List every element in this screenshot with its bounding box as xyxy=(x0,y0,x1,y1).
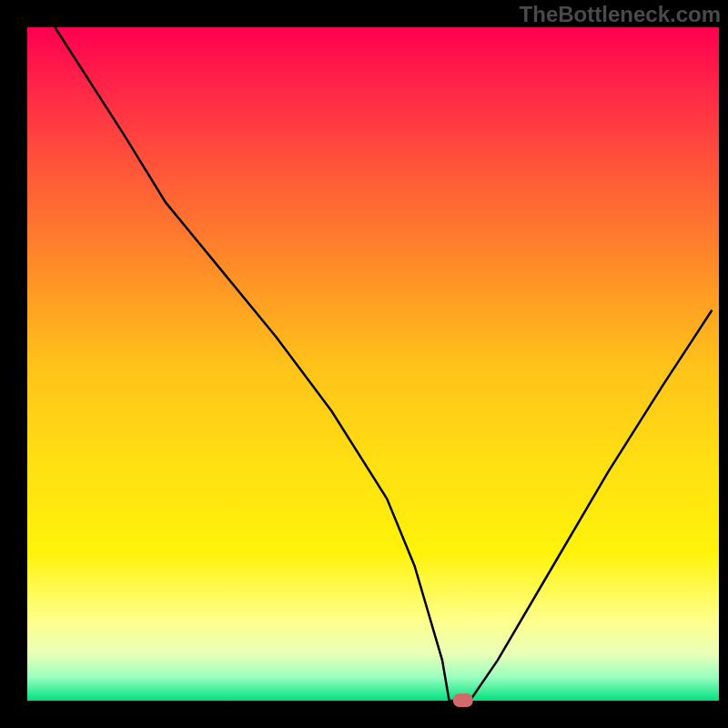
plot-background xyxy=(27,27,719,701)
chart-root: TheBottleneck.com xyxy=(0,0,728,728)
watermark-text: TheBottleneck.com xyxy=(520,2,721,27)
optimum-marker xyxy=(453,693,473,707)
bottleneck-chart xyxy=(0,0,728,728)
